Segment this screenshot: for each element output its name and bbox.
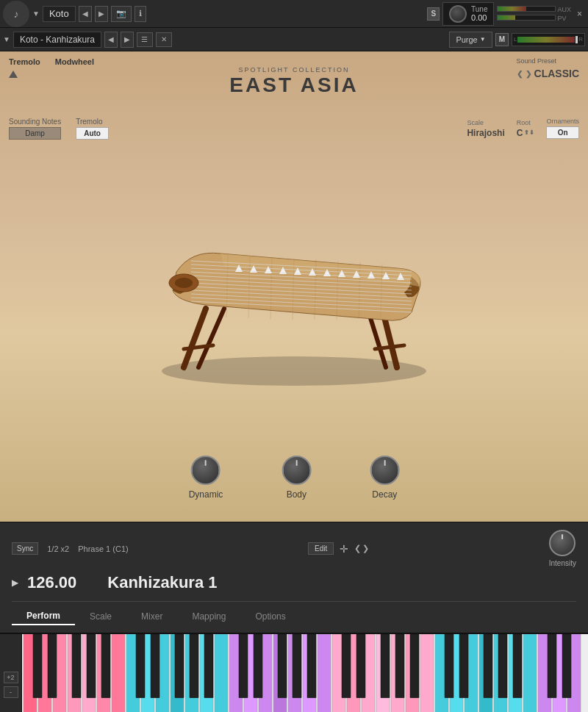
tab-mixer[interactable]: Mixer [126,608,177,625]
spotlight-label: SPOTLIGHT COLLECTION [229,66,358,73]
dynamic-label: Dynamic [189,489,223,500]
svg-rect-103 [498,634,507,698]
ornaments-col: Ornaments On [546,118,579,139]
svg-rect-69 [420,634,434,712]
piano-plus-btn[interactable]: +2 [4,672,18,683]
preset-prev-icon[interactable]: ❮ [517,70,523,78]
svg-rect-105 [548,634,556,698]
purge-btn[interactable]: Purge ▼ [449,32,492,48]
preset-next-icon[interactable]: ❯ [526,70,531,78]
piano-left-controls: +2 - [0,634,22,712]
preset-next-btn[interactable]: ▶ [121,32,134,48]
decay-label: Decay [372,489,397,500]
preset-name[interactable]: Koto - Kanhizakura [13,32,101,48]
svg-rect-90 [239,634,248,698]
tune-value: 0.00 [471,13,487,22]
svg-rect-83 [87,634,96,698]
svg-rect-96 [356,634,365,698]
bpm-value: 126.00 [27,573,76,592]
phrase-name: Kanhizakura 1 [107,573,217,592]
root-label: Root [517,119,535,126]
tab-mapping[interactable]: Mapping [177,608,240,625]
damp-btn[interactable]: Damp [9,127,61,140]
instrument-arrow-left: ▼ [32,10,40,18]
level-bar-bottom [497,15,556,21]
svg-rect-84 [101,634,110,698]
root-arrows-icon[interactable]: ⬆⬇ [524,129,534,136]
time-sig: 1/2 x2 [47,544,69,553]
sounding-notes-label: Sounding Notes [9,118,61,126]
svg-point-40 [175,278,193,288]
intensity-label: Intensity [549,559,576,567]
tremolo-section: Tremolo [9,57,40,78]
move-icon[interactable]: ✛ [340,543,348,555]
level-bar-top [497,6,556,12]
preset-prev-btn[interactable]: ◀ [104,32,118,48]
svg-rect-104 [513,634,522,698]
root-col: Root C ⬆⬇ [517,119,535,138]
perform-top-row: Sync 1/2 x2 Phrase 1 (C1) Edit ✛ ❮ ❯ Int… [12,530,576,567]
edit-btn[interactable]: Edit [308,542,334,555]
info-btn[interactable]: ℹ [135,6,146,22]
scale-value: Hirajoshi [467,128,504,138]
m-badge[interactable]: M [495,33,509,46]
piano-minus-btn[interactable]: - [4,686,18,698]
tune-area: Tune 0.00 [442,2,494,26]
keyboard-svg [22,634,588,712]
tab-options[interactable]: Options [240,608,300,625]
svg-rect-86 [151,634,159,698]
preset-arrow-left-icon: ▼ [3,35,10,43]
tremolo-label: Tremolo [9,57,40,66]
phrase-arrows[interactable]: ❮ ❯ [354,544,369,553]
tremolo-mode-label: Tremolo [76,118,109,126]
scale-label: Scale [467,119,504,126]
svg-rect-82 [72,634,81,698]
camera-btn[interactable]: 📷 [111,6,132,22]
pv-label: PV [557,15,566,22]
dynamic-knob-container: Dynamic [189,456,223,500]
bottom-knobs: Dynamic Body Decay [189,456,400,500]
instrument-area: Tremolo Modwheel SPOTLIGHT COLLECTION EA… [0,51,588,522]
svg-rect-81 [48,634,57,698]
tab-scale[interactable]: Scale [75,608,126,625]
instrument-next-btn[interactable]: ▶ [95,6,108,22]
logo: ♪ [3,1,29,27]
decay-knob[interactable] [370,456,399,485]
svg-rect-85 [136,634,145,698]
koto-image [118,154,470,404]
svg-rect-76 [523,634,537,712]
dynamic-knob[interactable] [191,456,220,485]
close-btn[interactable]: × [574,9,585,19]
koto-svg [118,154,470,404]
intensity-knob-container: Intensity [549,530,576,567]
play-btn[interactable]: ▶ [12,578,18,588]
perform-section: Sync 1/2 x2 Phrase 1 (C1) Edit ✛ ❮ ❯ Int… [0,522,588,633]
root-value: C [517,128,523,138]
title-section: SPOTLIGHT COLLECTION EAST ASIA [229,66,358,97]
preset-delete-btn[interactable]: ✕ [156,32,172,47]
preset-icon-btn[interactable]: ☰ [137,32,153,47]
scale-section: Scale Hirajoshi Root C ⬆⬇ Ornaments On [467,118,579,139]
auto-btn[interactable]: Auto [76,127,109,140]
sounding-row: Sounding Notes Damp Tremolo Auto [9,118,109,140]
s-badge[interactable]: S [427,7,440,21]
intensity-knob[interactable] [549,530,576,556]
svg-rect-87 [175,634,184,698]
ornaments-btn[interactable]: On [546,126,579,139]
top-bar: ♪ ▼ Koto ◀ ▶ 📷 ℹ S Tune 0.00 [0,0,588,28]
modwheel-section: Modwheel [55,57,94,66]
east-asia-title: EAST ASIA [229,73,358,97]
scale-col: Scale Hirajoshi [467,119,504,138]
preset-name-label: Koto - Kanhizakura [20,35,95,45]
second-bar: ▼ Koto - Kanhizakura ◀ ▶ ☰ ✕ Purge ▼ M L… [0,28,588,51]
instrument-name[interactable]: Koto [43,6,76,22]
sync-btn[interactable]: Sync [12,542,38,555]
tab-perform[interactable]: Perform [12,608,75,625]
svg-rect-94 [307,634,316,698]
ornaments-label: Ornaments [546,118,579,125]
tune-knob[interactable] [449,5,467,23]
svg-rect-101 [459,634,468,698]
classic-label: CLASSIC [534,68,579,79]
body-knob[interactable] [282,456,311,485]
instrument-prev-btn[interactable]: ◀ [79,6,92,22]
